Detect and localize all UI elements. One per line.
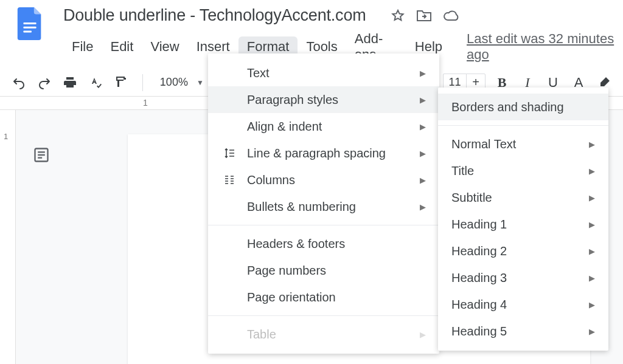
google-docs-logo-icon[interactable] [17,7,47,38]
menu-item-line-spacing[interactable]: Line & paragraph spacing▶ [208,140,439,167]
print-icon[interactable] [61,73,79,92]
submenu-arrow-icon: ▶ [420,122,426,131]
spellcheck-icon[interactable] [86,73,105,92]
document-outline-icon[interactable] [33,146,51,165]
submenu-arrow-icon: ▶ [589,273,595,283]
separator [142,74,143,91]
format-menu-panel: Text▶ Paragraph styles▶ Align & indent▶ … [208,53,439,354]
zoom-dropdown[interactable]: 100% ▼ [155,76,209,89]
menu-item-columns[interactable]: Columns▶ [208,167,439,193]
menu-item-bullets-numbering[interactable]: Bullets & numbering▶ [208,193,439,220]
submenu-item-subtitle[interactable]: Subtitle▶ [438,184,608,211]
document-title[interactable]: Double underline - TechnologyAccent.com [63,6,366,25]
submenu-arrow-icon: ▶ [589,247,595,256]
move-to-folder-icon[interactable] [416,9,432,22]
submenu-item-title[interactable]: Title▶ [438,157,608,184]
submenu-arrow-icon: ▶ [420,149,426,158]
menu-separator [208,315,439,316]
menu-item-page-orientation[interactable]: Page orientation [208,284,439,311]
submenu-arrow-icon: ▶ [589,220,595,229]
submenu-arrow-icon: ▶ [589,300,595,309]
submenu-arrow-icon: ▶ [589,327,595,336]
submenu-item-heading-5[interactable]: Heading 5▶ [438,318,608,345]
menu-item-headers-footers[interactable]: Headers & footers [208,230,439,257]
submenu-item-borders-shading[interactable]: Borders and shading [438,94,608,120]
menu-file[interactable]: File [63,36,102,57]
svg-rect-0 [23,22,36,24]
vruler-mark: 1 [4,132,8,141]
submenu-item-heading-1[interactable]: Heading 1▶ [438,211,608,238]
submenu-item-heading-2[interactable]: Heading 2▶ [438,238,608,264]
zoom-value: 100% [160,76,188,89]
menu-item-table: Table▶ [208,321,439,348]
vertical-ruler[interactable]: 1 [0,110,16,364]
submenu-arrow-icon: ▶ [589,193,595,202]
columns-icon [221,174,237,186]
last-edit-link[interactable]: Last edit was 32 minutes ago [467,31,617,63]
menu-item-align-indent[interactable]: Align & indent▶ [208,113,439,140]
menu-separator [208,225,439,225]
submenu-item-heading-3[interactable]: Heading 3▶ [438,264,608,291]
submenu-arrow-icon: ▶ [420,330,426,339]
ruler-mark: 1 [143,98,148,108]
svg-rect-2 [23,31,32,33]
menu-view[interactable]: View [142,36,187,57]
menu-item-paragraph-styles[interactable]: Paragraph styles▶ [208,86,439,113]
caret-down-icon: ▼ [197,78,204,87]
line-spacing-icon [221,147,237,159]
submenu-item-heading-4[interactable]: Heading 4▶ [438,291,608,318]
paint-format-icon[interactable] [112,73,130,92]
menu-item-page-numbers[interactable]: Page numbers [208,257,439,284]
paragraph-styles-submenu: Borders and shading Normal Text▶ Title▶ … [438,88,608,351]
redo-icon[interactable] [35,73,54,92]
submenu-arrow-icon: ▶ [420,176,426,185]
submenu-arrow-icon: ▶ [420,95,426,105]
star-icon[interactable] [391,9,405,23]
menu-edit[interactable]: Edit [102,36,142,57]
submenu-arrow-icon: ▶ [420,202,426,211]
submenu-arrow-icon: ▶ [420,69,426,78]
cloud-status-icon[interactable] [443,10,460,22]
submenu-arrow-icon: ▶ [589,167,595,176]
undo-icon[interactable] [10,73,28,92]
submenu-item-normal-text[interactable]: Normal Text▶ [438,131,608,157]
svg-rect-1 [23,27,36,29]
menu-item-text[interactable]: Text▶ [208,60,439,86]
menu-separator [438,125,608,126]
submenu-arrow-icon: ▶ [589,140,595,149]
